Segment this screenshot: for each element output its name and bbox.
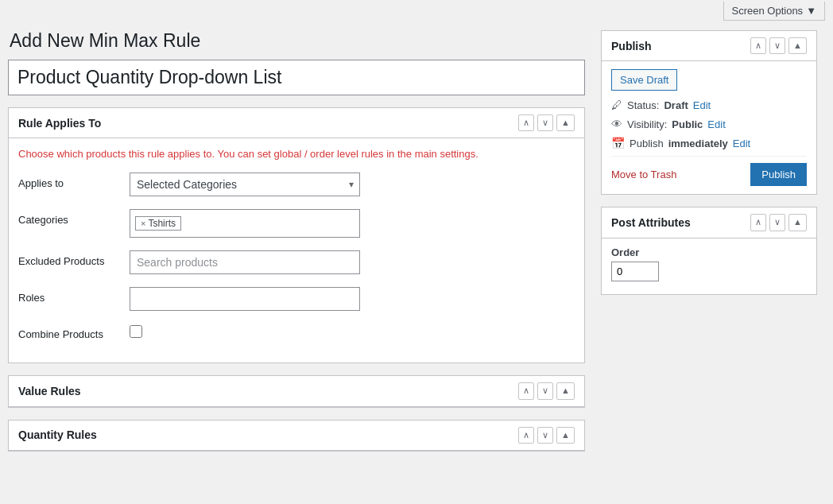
publish-box-header: Publish	[602, 31, 816, 61]
quantity-rules-controls	[518, 427, 575, 444]
quantity-rules-toggle-button[interactable]	[556, 427, 575, 444]
visibility-value: Public	[672, 118, 703, 130]
tag-remove-icon[interactable]: ×	[141, 219, 145, 228]
applies-to-row: Applies to All Products Selected Product…	[18, 173, 575, 196]
post-attributes-toggle-button[interactable]	[788, 214, 807, 231]
value-rules-controls	[518, 382, 575, 399]
metabox-down-button[interactable]	[537, 114, 553, 131]
roles-row: Roles	[18, 287, 575, 311]
combine-products-control	[130, 324, 575, 340]
excluded-products-label: Excluded Products	[18, 250, 130, 267]
quantity-rules-down-button[interactable]	[537, 427, 553, 444]
publish-box-body: Save Draft 🖊 Status: Draft Edit 👁 Visibi…	[602, 61, 816, 194]
publish-box: Publish Save Draft 🖊 Status: Draft Edit …	[601, 30, 817, 195]
publish-box-controls	[750, 37, 807, 54]
publish-box-up-button[interactable]	[750, 37, 766, 54]
value-rules-up-button[interactable]	[518, 382, 534, 399]
applies-to-select[interactable]: All Products Selected Products Selected …	[130, 173, 360, 196]
post-attributes-box: Post Attributes Order	[601, 207, 817, 294]
publish-time-meta: 📅 Publish immediately Edit	[611, 137, 807, 149]
save-draft-button[interactable]: Save Draft	[611, 69, 677, 91]
post-attributes-down-button[interactable]	[769, 214, 785, 231]
calendar-icon: 📅	[611, 137, 625, 149]
combine-products-row: Combine Products	[18, 324, 575, 340]
screen-options-chevron: ▼	[806, 5, 816, 17]
rule-applies-to-metabox: Rule Applies To Choose which products th…	[8, 107, 585, 363]
status-icon: 🖊	[611, 99, 622, 111]
metabox-up-button[interactable]	[518, 114, 534, 131]
rule-title-input[interactable]	[8, 60, 585, 95]
rule-info-text: Choose which products this rule applies …	[18, 148, 575, 160]
publish-box-title: Publish	[611, 40, 652, 52]
visibility-icon: 👁	[611, 118, 622, 130]
post-attributes-header: Post Attributes	[602, 207, 816, 238]
status-meta: 🖊 Status: Draft Edit	[611, 99, 807, 111]
post-attributes-controls	[750, 214, 807, 231]
visibility-edit-link[interactable]: Edit	[707, 118, 725, 130]
roles-input[interactable]	[130, 287, 360, 311]
publish-time-edit-link[interactable]: Edit	[733, 138, 750, 149]
move-to-trash-link[interactable]: Move to Trash	[611, 169, 676, 180]
screen-options-label: Screen Options	[732, 5, 804, 17]
quantity-rules-metabox: Quantity Rules	[8, 420, 585, 452]
combine-products-label: Combine Products	[18, 324, 130, 340]
excluded-products-row: Excluded Products	[18, 250, 575, 274]
value-rules-metabox: Value Rules	[8, 375, 585, 407]
category-tag-tshirts: × Tshirts	[135, 216, 181, 231]
post-attributes-body: Order	[602, 238, 816, 294]
excluded-products-search-input[interactable]	[130, 250, 360, 274]
status-edit-link[interactable]: Edit	[693, 99, 711, 111]
metabox-toggle-button[interactable]	[556, 114, 575, 131]
publish-box-down-button[interactable]	[769, 37, 785, 54]
status-value: Draft	[664, 99, 688, 111]
categories-row: Categories × Tshirts	[18, 209, 575, 238]
categories-label: Categories	[18, 209, 130, 226]
roles-label: Roles	[18, 287, 130, 304]
roles-control	[130, 287, 575, 311]
status-label: Status:	[627, 99, 659, 111]
quantity-rules-header[interactable]: Quantity Rules	[9, 421, 584, 451]
applies-to-label: Applies to	[18, 173, 130, 189]
page-title: Add New Min Max Rule	[8, 30, 585, 52]
post-attributes-title: Post Attributes	[611, 216, 691, 229]
categories-tags-input[interactable]: × Tshirts	[130, 209, 360, 238]
value-rules-down-button[interactable]	[537, 382, 553, 399]
publish-box-toggle-button[interactable]	[788, 37, 807, 54]
visibility-label: Visibility:	[627, 118, 667, 130]
publish-time-label: Publish	[630, 138, 664, 149]
quantity-rules-title: Quantity Rules	[18, 428, 97, 441]
publish-footer: Move to Trash Publish	[611, 156, 807, 186]
excluded-products-control	[130, 250, 575, 274]
tag-label: Tshirts	[148, 218, 176, 229]
categories-control: × Tshirts	[130, 209, 575, 238]
applies-to-control: All Products Selected Products Selected …	[130, 173, 575, 196]
screen-options-button[interactable]: Screen Options ▼	[723, 2, 825, 21]
value-rules-toggle-button[interactable]	[556, 382, 575, 399]
applies-to-select-wrapper: All Products Selected Products Selected …	[130, 173, 360, 196]
quantity-rules-up-button[interactable]	[518, 427, 534, 444]
publish-button[interactable]: Publish	[750, 163, 807, 186]
value-rules-header[interactable]: Value Rules	[9, 376, 584, 406]
combine-products-checkbox[interactable]	[130, 325, 142, 338]
order-label: Order	[611, 246, 807, 258]
visibility-meta: 👁 Visibility: Public Edit	[611, 118, 807, 130]
rule-applies-to-body: Choose which products this rule applies …	[9, 138, 584, 362]
value-rules-title: Value Rules	[18, 385, 81, 397]
publish-time-value: immediately	[668, 138, 728, 149]
rule-applies-to-header[interactable]: Rule Applies To	[9, 108, 584, 138]
post-attributes-up-button[interactable]	[750, 214, 766, 231]
metabox-controls	[518, 114, 575, 131]
rule-applies-to-title: Rule Applies To	[18, 117, 101, 130]
order-input[interactable]	[611, 262, 659, 281]
